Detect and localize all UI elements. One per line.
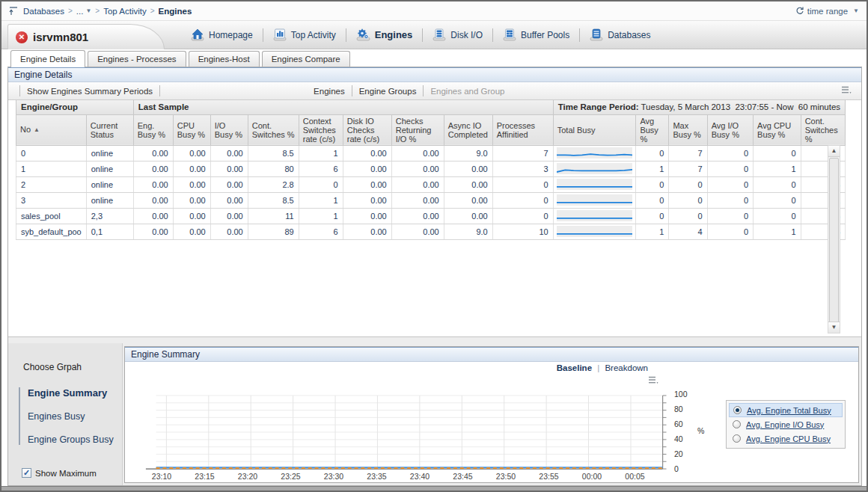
column-header-16[interactable]: Cont. Switches % <box>801 114 845 145</box>
cell-procs: 0 <box>492 208 553 224</box>
legend-avg-engine-cpu-busy[interactable]: Avg. Engine CPU Busy <box>729 431 843 446</box>
column-header-1[interactable]: Current Status <box>86 114 133 145</box>
chart-menu-icon[interactable] <box>649 375 659 388</box>
x-tick-label: 23:25 <box>275 472 308 481</box>
cell-eng_busy: 0.00 <box>133 208 173 224</box>
tab-engines-host[interactable]: Engines-Host <box>189 51 260 67</box>
table-row[interactable]: 2online0.000.000.002.800.000.000.0000000… <box>16 176 846 192</box>
chooser-engines-busy[interactable]: Engines Busy <box>28 411 122 422</box>
scroll-up-arrow[interactable]: ▲ <box>828 146 840 157</box>
cell-cont_switches: 80 <box>248 161 299 176</box>
chooser-engine-summary[interactable]: Engine Summary <box>28 387 122 399</box>
x-tick-label: 23:50 <box>489 472 522 481</box>
column-header-6[interactable]: Context Switches rate (c/s) <box>299 114 343 145</box>
breadcrumb-top-activity[interactable]: Top Activity <box>103 7 147 16</box>
cell-procs: 10 <box>492 224 553 239</box>
table-row[interactable]: 1online0.000.000.008060.000.000.00317014… <box>16 161 846 176</box>
column-header-2[interactable]: Eng. Busy % <box>133 114 173 145</box>
y-tick-label: 0 <box>674 464 679 473</box>
breadcrumb-databases[interactable]: Databases <box>23 7 64 16</box>
graph-chooser-list: Engine Summary Engines Busy Engine Group… <box>19 387 122 445</box>
chevron-down-icon[interactable]: ▼ <box>85 7 91 14</box>
toolbar-separator <box>159 85 160 96</box>
cell-avg_busy: 1 <box>636 224 669 239</box>
cell-no: syb_default_poo <box>16 224 87 239</box>
total-busy-sparkline <box>553 161 636 176</box>
y-tick-label: 20 <box>674 449 683 458</box>
tab-engines-compare[interactable]: Engines Compare <box>262 51 350 67</box>
tab-engines-processes[interactable]: Engines - Processes <box>88 51 186 67</box>
column-header-11[interactable]: Total Busy <box>553 114 636 145</box>
nav-homepage[interactable]: Homepage <box>181 28 263 41</box>
app-window: Databases > ... ▼ > Top Activity > Engin… <box>0 0 868 492</box>
engines-button[interactable]: Engines <box>314 87 345 96</box>
column-header-8[interactable]: Checks Returning I/O % <box>391 114 444 145</box>
y-axis-unit: % <box>697 426 704 435</box>
toolbar-separator <box>19 85 20 96</box>
cell-async_io: 9.0 <box>444 145 492 161</box>
breakdown-link[interactable]: Breakdown <box>605 363 648 372</box>
baseline-link[interactable]: Baseline <box>557 363 592 372</box>
cell-max_busy: 0 <box>669 176 707 192</box>
cell-cont_switches: 11 <box>248 208 299 224</box>
nav-label: Databases <box>608 30 650 40</box>
total-busy-sparkline <box>553 208 636 224</box>
cell-cpu_busy: 0.00 <box>173 176 210 192</box>
table-menu-icon[interactable] <box>837 86 857 96</box>
engine-groups-button[interactable]: Engine Groups <box>359 87 417 96</box>
cell-checks_io: 0.00 <box>391 145 444 161</box>
chooser-engine-groups-busy[interactable]: Engine Groups Busy <box>28 434 122 445</box>
show-summary-periods-button[interactable]: Show Engines Summary Periods <box>27 87 153 96</box>
table-row[interactable]: 3online0.000.000.008.510.000.000.0000000… <box>16 192 846 208</box>
column-header-12[interactable]: Avg Busy % <box>636 114 669 145</box>
scroll-down-arrow[interactable]: ▼ <box>828 322 840 333</box>
nav-top-activity[interactable]: Top Activity <box>263 28 346 41</box>
cell-cont_switches: 89 <box>248 224 299 239</box>
show-maximum-toggle[interactable]: ✓ Show Maximum <box>22 468 97 478</box>
scrollbar-thumb[interactable] <box>829 158 839 326</box>
table-scrollbar[interactable]: ▲ ▼ <box>828 145 840 333</box>
tab-engine-details[interactable]: Engine Details <box>10 50 85 67</box>
radio-selected-icon[interactable] <box>733 406 742 414</box>
cell-avg_io: 0 <box>707 176 753 192</box>
nav-engines[interactable]: Engines <box>346 28 423 41</box>
column-header-10[interactable]: Processes Affinitied <box>492 114 553 145</box>
nav-databases[interactable]: Databases <box>580 28 660 41</box>
column-header-7[interactable]: Disk IO Checks rate (c/s) <box>343 114 391 145</box>
nav-disk-io[interactable]: Disk I/O <box>423 28 492 41</box>
column-header-5[interactable]: Cont. Switches % <box>248 114 299 145</box>
column-header-4[interactable]: I/O Busy % <box>210 114 248 145</box>
table-row[interactable]: 0online0.000.000.008.510.000.009.0707004… <box>16 145 846 161</box>
gears-icon <box>356 28 370 41</box>
cell-avg_busy: 0 <box>636 145 669 161</box>
radio-icon[interactable] <box>733 434 741 443</box>
nav-buffer-pools[interactable]: Buffer Pools <box>493 28 579 41</box>
column-header-9[interactable]: Async IO Completed <box>444 114 492 145</box>
legend-avg-engine-total-busy[interactable]: Avg. Engine Total Busy <box>729 403 843 417</box>
breadcrumb-ellipsis[interactable]: ... <box>76 7 84 16</box>
cell-cont_switches: 8.5 <box>248 145 299 161</box>
table-row[interactable]: syb_default_poo0,10.000.000.008960.000.0… <box>16 224 846 239</box>
database-icon <box>590 28 603 41</box>
cell-async_io: 0.00 <box>444 161 492 176</box>
nav-label: Top Activity <box>291 30 336 40</box>
total-busy-sparkline <box>553 192 636 208</box>
engine-summary-title: Engine Summary <box>125 347 858 362</box>
table-row[interactable]: sales_pool2,30.000.000.001110.000.000.00… <box>16 208 846 224</box>
server-tab[interactable]: ✕ isrvmn801 <box>7 24 165 49</box>
radio-icon[interactable] <box>733 420 741 428</box>
column-header-15[interactable]: Avg CPU Busy % <box>754 114 801 145</box>
cell-avg_cpu: 0 <box>754 145 801 161</box>
cell-avg_cpu: 1 <box>754 161 801 176</box>
column-header-14[interactable]: Avg I/O Busy % <box>707 114 753 145</box>
column-header-3[interactable]: CPU Busy % <box>173 114 210 145</box>
cell-cpu_busy: 0.00 <box>173 192 210 208</box>
up-level-icon[interactable] <box>9 7 19 16</box>
column-header-13[interactable]: Max Busy % <box>669 114 707 145</box>
legend-avg-engine-io-busy[interactable]: Avg. Engine I/O Busy <box>729 417 843 431</box>
time-range-control[interactable]: time range ▼ <box>795 7 859 16</box>
breadcrumb-separator: > <box>68 7 73 15</box>
checkbox-checked-icon[interactable]: ✓ <box>22 468 31 478</box>
engines-and-group-button[interactable]: Engines and Group <box>430 87 504 96</box>
column-header-0[interactable]: No▲ <box>16 114 87 145</box>
